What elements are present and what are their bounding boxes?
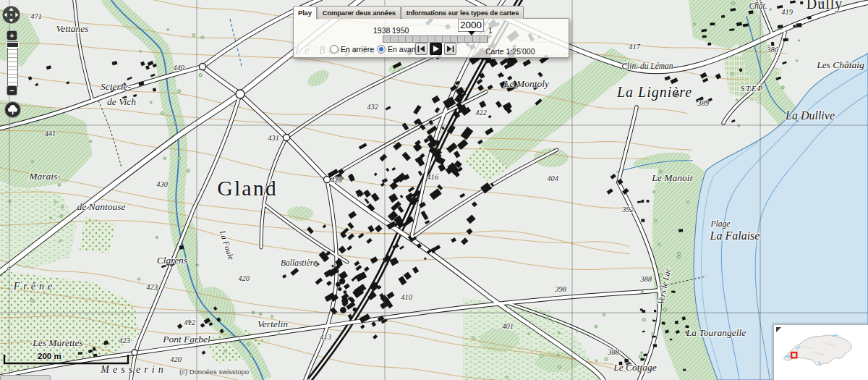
tree-symbol	[278, 333, 280, 335]
overview-inset[interactable]	[773, 324, 868, 380]
storage-tank	[341, 297, 348, 304]
roundabout	[236, 90, 244, 98]
map-label: 440	[173, 64, 185, 72]
storage-tank	[354, 290, 359, 295]
tree-symbol	[140, 51, 142, 53]
tree-symbol	[224, 350, 227, 352]
tree-symbol	[187, 169, 190, 172]
map-viewer: 471Vettanes440Scierie-de Vich441Marais-d…	[0, 0, 868, 380]
map-label: 419	[781, 8, 793, 16]
storage-tank	[340, 307, 346, 313]
tree-symbol	[595, 360, 597, 362]
step-forward-button[interactable]	[444, 43, 456, 55]
zoom-slider-handle[interactable]	[7, 42, 19, 48]
storage-tank	[344, 290, 347, 294]
map-label: 430	[156, 180, 169, 188]
map-label: Ballastière	[281, 258, 317, 267]
tree-symbol	[61, 206, 64, 208]
radio-en-avant[interactable]: En avant	[377, 45, 417, 54]
tab-comparer-deux-ann-es[interactable]: Comparer deux années	[318, 6, 401, 19]
building	[678, 229, 683, 232]
building	[710, 22, 715, 25]
tree-symbol	[780, 28, 782, 30]
tree-symbol	[9, 200, 11, 202]
building	[671, 290, 675, 292]
map-label: 416	[427, 173, 439, 181]
scale-bar-label: 200 m	[38, 352, 61, 360]
building	[778, 25, 783, 28]
storage-tank	[353, 308, 357, 312]
map-label: Frêne	[13, 281, 56, 292]
tree-symbol	[595, 325, 597, 328]
current-year-display[interactable]: 2000	[458, 19, 484, 32]
step-back-button[interactable]	[415, 43, 427, 55]
tab-informations-sur-les-types-de-cartes[interactable]: Informations sur les types de cartes	[401, 6, 524, 19]
tree-symbol	[90, 140, 92, 143]
map-label: 392	[621, 206, 634, 214]
radio-en-arri-re[interactable]: En arrière	[330, 45, 374, 54]
play-icon	[432, 45, 440, 53]
time-slider-panel: PlayComparer deux annéesInformations sur…	[293, 6, 569, 58]
building	[642, 331, 645, 332]
tree-symbol	[50, 217, 52, 219]
map-label: 410	[401, 293, 413, 301]
map-label: Les Murettes	[32, 337, 83, 348]
tree-symbol	[167, 29, 169, 31]
layers-button[interactable]	[4, 101, 21, 118]
map-label: Scierie-	[101, 81, 131, 92]
tree-symbol	[641, 290, 643, 292]
tree-symbol	[260, 313, 262, 315]
pan-control[interactable]	[1, 5, 21, 25]
zoom-in-button[interactable]: +	[7, 30, 17, 41]
radio-button-icon[interactable]	[330, 45, 339, 54]
building	[796, 23, 802, 28]
panel-tabs: PlayComparer deux annéesInformations sur…	[293, 6, 569, 19]
map-label: 471	[30, 12, 42, 20]
transport-controls	[415, 43, 456, 55]
building	[654, 310, 656, 313]
tree-symbol	[678, 252, 681, 255]
map-label: 423	[146, 283, 158, 291]
tree-symbol	[658, 243, 660, 245]
map-label: 413	[320, 333, 331, 341]
building	[800, 1, 803, 4]
zoom-slider[interactable]	[7, 41, 18, 87]
map-label: 401	[502, 322, 514, 330]
tree-symbol	[60, 215, 63, 218]
direction-radios: En arrièreEn avant	[330, 45, 418, 54]
roundabout	[324, 177, 331, 183]
building	[721, 15, 725, 18]
tab-play[interactable]: Play	[293, 6, 317, 19]
building	[662, 321, 665, 324]
collapse-arrow-icon[interactable]	[776, 327, 781, 332]
radio-button-icon[interactable]	[377, 45, 386, 54]
switzerland-overview-map	[774, 325, 867, 379]
building	[647, 200, 650, 203]
timeline-tick-label: 1938	[373, 26, 390, 35]
tree-symbol	[552, 320, 554, 322]
tree-symbol	[796, 60, 797, 62]
zoom-out-button[interactable]: −	[7, 85, 17, 96]
map-label: Plage	[710, 219, 731, 229]
tree-symbol	[663, 308, 666, 311]
pan-arrows-icon	[1, 5, 21, 25]
map-label: 388	[639, 275, 652, 283]
tree-symbol	[687, 200, 690, 203]
tree-symbol	[174, 122, 176, 124]
tree-symbol	[540, 354, 543, 358]
play-button[interactable]	[430, 43, 442, 55]
tree-symbol	[178, 90, 181, 93]
tree-symbol	[192, 34, 195, 37]
tree-symbol	[694, 23, 696, 25]
footer-tab[interactable]	[0, 375, 51, 380]
timeline-slider[interactable]	[383, 35, 488, 43]
tree-symbol	[641, 352, 643, 354]
tree-symbol	[199, 74, 202, 77]
building	[793, 25, 796, 28]
step-back-icon	[417, 45, 426, 53]
tree-symbol	[30, 299, 34, 303]
map-label: Les Châtaig	[816, 59, 864, 70]
tree-symbol	[546, 317, 549, 320]
map-label: Pont Farbel	[162, 334, 210, 345]
tree-symbol	[731, 2, 734, 5]
